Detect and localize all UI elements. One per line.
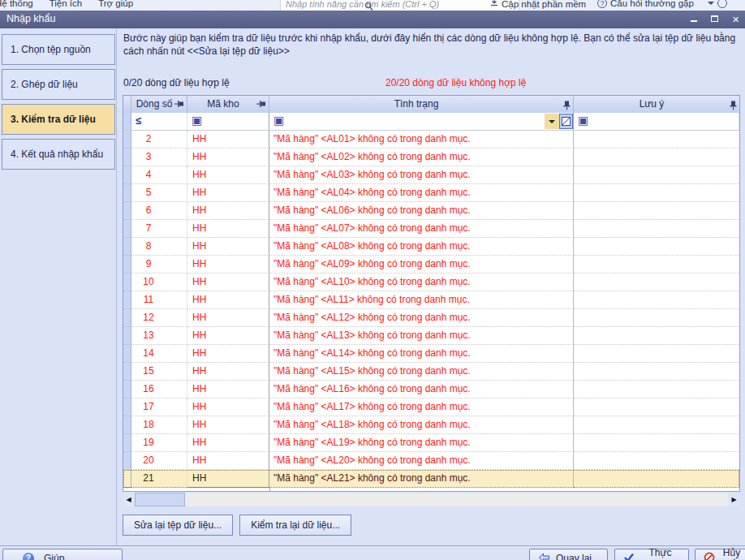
filter-edit-button[interactable] <box>559 114 573 129</box>
horizontal-scrollbar[interactable]: ◀ ▶ <box>123 493 740 506</box>
table-row[interactable]: 16HH"Mã hàng" <AL16> không có trong danh… <box>123 381 739 398</box>
line-number-cell[interactable]: 4 <box>131 166 187 184</box>
note-cell[interactable] <box>574 434 739 452</box>
row-indicator[interactable] <box>123 166 131 184</box>
status-cell[interactable]: "Mã hàng" <AL21> không có trong danh mục… <box>269 470 574 488</box>
line-number-cell[interactable]: 14 <box>131 345 187 363</box>
status-cell[interactable]: "Mã hàng" <AL18> không có trong danh mục… <box>269 416 574 434</box>
menu-tro-giup[interactable]: Trợ giúp <box>98 0 133 8</box>
line-number-cell[interactable]: 20 <box>131 452 187 470</box>
row-indicator[interactable] <box>123 131 131 149</box>
filter-cell-tinh-trang[interactable]: ▣ <box>269 113 574 130</box>
table-row[interactable]: 4HH"Mã hàng" <AL03> không có trong danh … <box>123 166 739 184</box>
filter-box-icon[interactable]: ▣ <box>273 114 284 127</box>
note-cell[interactable] <box>574 363 739 381</box>
status-cell[interactable]: "Mã hàng" <AL13> không có trong danh mục… <box>269 327 574 345</box>
pin-icon[interactable] <box>176 101 186 108</box>
pin-icon[interactable] <box>730 99 737 109</box>
line-number-cell[interactable]: 15 <box>131 363 187 381</box>
row-indicator[interactable] <box>123 345 131 363</box>
note-cell[interactable] <box>574 202 739 220</box>
status-cell[interactable]: "Mã hàng" <AL06> không có trong danh mục… <box>269 202 574 220</box>
cancel-button[interactable]: Hủy bỏ <box>695 549 745 560</box>
note-cell[interactable] <box>574 470 739 488</box>
note-cell[interactable] <box>574 256 739 274</box>
row-indicator[interactable] <box>123 149 131 166</box>
back-button[interactable]: Quay lại <box>529 549 608 560</box>
line-number-cell[interactable]: 10 <box>131 274 187 291</box>
status-cell[interactable]: "Mã hàng" <AL09> không có trong danh mục… <box>269 256 574 274</box>
line-number-cell[interactable]: 18 <box>131 416 187 434</box>
warehouse-code-cell[interactable]: HH <box>187 416 269 434</box>
warehouse-code-cell[interactable]: HH <box>187 238 269 256</box>
warehouse-code-cell[interactable]: HH <box>187 131 269 149</box>
column-header[interactable]: Lưu ý <box>574 96 739 113</box>
scroll-right-button[interactable]: ▶ <box>728 493 740 506</box>
warehouse-code-cell[interactable]: HH <box>187 345 269 363</box>
scrollbar-thumb[interactable] <box>135 493 185 506</box>
warehouse-code-cell[interactable]: HH <box>187 327 269 345</box>
warehouse-code-cell[interactable]: HH <box>187 398 269 416</box>
row-indicator[interactable] <box>123 398 131 416</box>
menu-tien-ich[interactable]: Tiện ích <box>50 0 82 8</box>
note-cell[interactable] <box>574 220 739 238</box>
status-cell[interactable]: "Mã hàng" <AL19> không có trong danh mục… <box>269 434 574 452</box>
table-row[interactable]: 21HH"Mã hàng" <AL21> không có trong danh… <box>123 470 739 488</box>
status-cell[interactable]: "Mã hàng" <AL16> không có trong danh mục… <box>269 381 574 398</box>
table-row[interactable]: 3HH"Mã hàng" <AL02> không có trong danh … <box>123 149 739 166</box>
minimize-button[interactable] <box>687 14 700 25</box>
warehouse-code-cell[interactable]: HH <box>187 202 269 220</box>
note-cell[interactable] <box>574 327 739 345</box>
warehouse-code-cell[interactable]: HH <box>187 363 269 381</box>
pin-icon[interactable] <box>258 101 268 108</box>
row-indicator[interactable] <box>123 238 131 256</box>
column-header[interactable]: Dòng số <box>131 96 187 113</box>
table-row[interactable]: 17HH"Mã hàng" <AL17> không có trong danh… <box>123 398 739 416</box>
line-number-cell[interactable]: 11 <box>131 291 187 309</box>
status-cell[interactable]: "Mã hàng" <AL12> không có trong danh mục… <box>269 309 574 327</box>
search-icon[interactable] <box>364 0 373 11</box>
warehouse-code-cell[interactable]: HH <box>187 381 269 398</box>
status-cell[interactable]: "Mã hàng" <AL08> không có trong danh mục… <box>269 238 574 256</box>
line-number-cell[interactable]: 2 <box>131 131 187 149</box>
faq-item[interactable]: ? Câu hỏi thường gặp <box>597 0 694 8</box>
note-cell[interactable] <box>574 291 739 309</box>
help-button[interactable]: ? Giúp <box>2 549 123 560</box>
row-indicator[interactable] <box>123 416 131 434</box>
status-cell[interactable]: "Mã hàng" <AL14> không có trong danh mục… <box>269 345 574 363</box>
note-cell[interactable] <box>574 416 739 434</box>
warehouse-code-cell[interactable]: HH <box>187 452 269 470</box>
filter-operator-icon[interactable]: ≤ <box>136 114 141 127</box>
warehouse-code-cell[interactable]: HH <box>187 220 269 238</box>
status-cell[interactable]: "Mã hàng" <AL20> không có trong danh mục… <box>269 452 574 470</box>
row-indicator[interactable] <box>123 470 131 488</box>
note-cell[interactable] <box>574 184 739 202</box>
line-number-cell[interactable]: 3 <box>131 149 187 166</box>
table-row[interactable]: 8HH"Mã hàng" <AL08> không có trong danh … <box>123 238 739 256</box>
warehouse-code-cell[interactable]: HH <box>187 434 269 452</box>
note-cell[interactable] <box>574 381 739 398</box>
topbar-overflow-fragment[interactable] <box>708 0 727 8</box>
status-cell[interactable]: "Mã hàng" <AL04> không có trong danh mục… <box>269 184 574 202</box>
table-row[interactable]: 10HH"Mã hàng" <AL10> không có trong danh… <box>123 274 739 291</box>
filter-cell-luu-y[interactable]: ▣ <box>574 113 739 130</box>
table-row[interactable]: 7HH"Mã hàng" <AL07> không có trong danh … <box>123 220 739 238</box>
table-row[interactable]: 20HH"Mã hàng" <AL20> không có trong danh… <box>123 452 739 470</box>
table-row[interactable]: 11HH"Mã hàng" <AL11> không có trong danh… <box>123 291 739 309</box>
note-cell[interactable] <box>574 398 739 416</box>
row-indicator[interactable] <box>123 291 131 309</box>
status-cell[interactable]: "Mã hàng" <AL10> không có trong danh mục… <box>269 274 574 291</box>
execute-button[interactable]: Thực hiện <box>614 549 689 560</box>
line-number-cell[interactable]: 17 <box>131 398 187 416</box>
note-cell[interactable] <box>574 452 739 470</box>
table-row[interactable]: 6HH"Mã hàng" <AL06> không có trong danh … <box>123 202 739 220</box>
warehouse-code-cell[interactable]: HH <box>187 274 269 291</box>
line-number-cell[interactable]: 13 <box>131 327 187 345</box>
line-number-cell[interactable]: 5 <box>131 184 187 202</box>
update-software-item[interactable]: Cập nhật phần mềm <box>490 0 586 9</box>
row-indicator[interactable] <box>123 202 131 220</box>
note-cell[interactable] <box>574 131 739 149</box>
line-number-cell[interactable]: 21 <box>131 470 187 488</box>
table-row[interactable]: 5HH"Mã hàng" <AL04> không có trong danh … <box>123 184 739 202</box>
line-number-cell[interactable]: 19 <box>131 434 187 452</box>
